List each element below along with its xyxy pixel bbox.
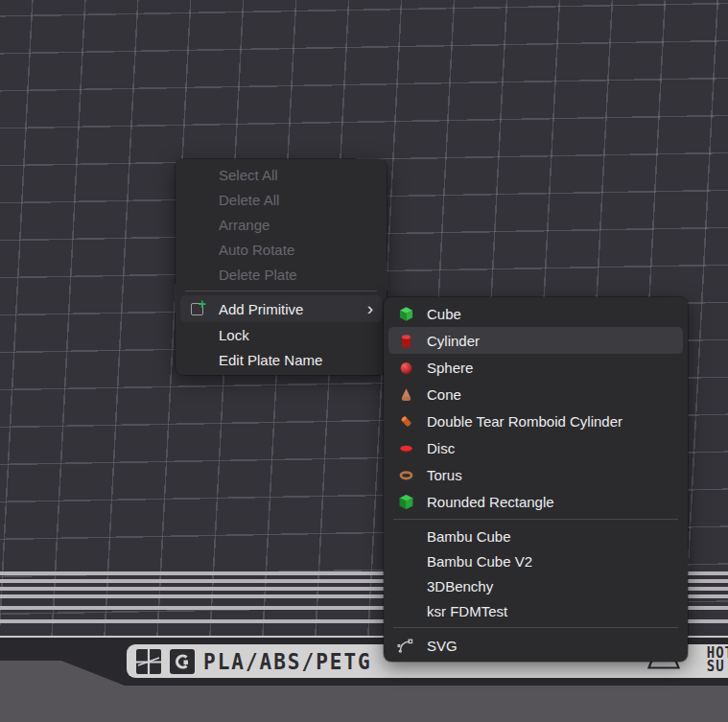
- menu-item-label: Edit Plate Name: [219, 352, 322, 368]
- submenu-item-cube[interactable]: Cube: [384, 300, 688, 327]
- menu-item-select-all[interactable]: Select All: [176, 162, 387, 187]
- submenu-separator: [393, 627, 678, 628]
- submenu-item-label: ksr FDMTest: [427, 603, 507, 619]
- bambu-logo-icon: [136, 649, 161, 674]
- submenu-item-rounded-rectangle[interactable]: Rounded Rectangle: [384, 488, 688, 515]
- menu-item-lock[interactable]: Lock: [176, 322, 387, 347]
- submenu-item-ksr-fdmtest[interactable]: ksr FDMTest: [384, 598, 688, 623]
- cube-icon: [397, 305, 414, 322]
- app-window: PLA/ABS/PETG HOT SU Select All Delete Al…: [0, 0, 728, 722]
- menu-item-delete-plate[interactable]: Delete Plate: [176, 262, 387, 287]
- torus-icon: [397, 466, 414, 483]
- cone-icon: [397, 385, 414, 403]
- plate-right-stencil-text: HOT SU: [707, 646, 728, 674]
- menu-item-auto-rotate[interactable]: Auto Rotate: [176, 237, 387, 262]
- menu-item-label: Delete Plate: [219, 267, 297, 283]
- submenu-item-double-tear-romboid-cylinder[interactable]: Double Tear Romboid Cylinder: [384, 408, 688, 434]
- submenu-item-3dbenchy[interactable]: 3DBenchy: [384, 573, 688, 598]
- icon-spacer: [397, 552, 414, 570]
- submenu-item-cone[interactable]: Cone: [384, 381, 688, 408]
- icon-spacer: [189, 166, 206, 183]
- submenu-item-label: Cube: [427, 306, 461, 322]
- menu-item-label: Arrange: [219, 217, 270, 233]
- cylinder-icon: [397, 332, 414, 349]
- submenu-item-label: Double Tear Romboid Cylinder: [427, 413, 622, 430]
- submenu-item-label: Disc: [427, 440, 455, 456]
- submenu-item-label: Bambu Cube V2: [427, 553, 532, 570]
- disc-icon: [397, 439, 414, 456]
- icon-spacer: [189, 241, 206, 258]
- submenu-item-bambu-cube-v2[interactable]: Bambu Cube V2: [384, 548, 688, 573]
- add-primitive-submenu: Cube Cylinder Sphere: [384, 297, 688, 662]
- add-primitive-icon: +: [189, 300, 206, 317]
- chevron-right-icon: ›: [367, 299, 373, 319]
- menu-item-label: Auto Rotate: [219, 242, 294, 258]
- plate-material-label: PLA/ABS/PETG: [203, 648, 372, 674]
- bezier-curve-icon: [397, 637, 414, 654]
- romboid-cylinder-icon: [397, 412, 414, 430]
- submenu-item-label: Bambu Cube: [427, 528, 511, 545]
- submenu-item-label: Sphere: [427, 360, 473, 376]
- icon-spacer: [397, 577, 414, 594]
- submenu-item-label: Cone: [427, 386, 461, 403]
- submenu-item-bambu-cube[interactable]: Bambu Cube: [384, 524, 688, 548]
- submenu-item-label: Rounded Rectangle: [427, 494, 554, 510]
- menu-separator: [185, 291, 377, 291]
- sphere-icon: [397, 359, 414, 376]
- icon-spacer: [189, 266, 206, 283]
- menu-item-add-primitive[interactable]: + Add Primitive ›: [180, 295, 382, 322]
- menu-item-label: Delete All: [219, 192, 279, 208]
- menu-item-label: Lock: [219, 327, 249, 343]
- icon-spacer: [189, 351, 206, 368]
- submenu-item-label: Cylinder: [427, 333, 480, 349]
- menu-item-label: Add Primitive: [219, 301, 303, 317]
- menu-item-arrange[interactable]: Arrange: [176, 212, 387, 237]
- submenu-item-sphere[interactable]: Sphere: [384, 354, 688, 381]
- submenu-item-label: 3DBenchy: [427, 578, 493, 594]
- icon-spacer: [397, 527, 414, 545]
- submenu-item-svg[interactable]: SVG: [384, 632, 688, 659]
- icon-spacer: [397, 602, 414, 619]
- icon-spacer: [189, 216, 206, 233]
- menu-item-delete-all[interactable]: Delete All: [176, 187, 387, 212]
- context-menu: Select All Delete All Arrange Auto Rotat…: [176, 159, 387, 375]
- icon-spacer: [189, 326, 206, 343]
- submenu-item-cylinder[interactable]: Cylinder: [388, 327, 683, 354]
- stencil-line-2: SU: [707, 660, 728, 673]
- submenu-item-label: Torus: [427, 467, 462, 483]
- g-mark-icon: [170, 649, 195, 674]
- submenu-item-torus[interactable]: Torus: [384, 461, 688, 488]
- menu-item-edit-plate-name[interactable]: Edit Plate Name: [176, 347, 387, 372]
- rounded-rectangle-icon: [397, 493, 414, 510]
- icon-spacer: [189, 191, 206, 208]
- menu-item-label: Select All: [219, 167, 278, 183]
- submenu-item-disc[interactable]: Disc: [384, 434, 688, 461]
- submenu-item-label: SVG: [427, 638, 458, 654]
- submenu-separator: [393, 519, 678, 520]
